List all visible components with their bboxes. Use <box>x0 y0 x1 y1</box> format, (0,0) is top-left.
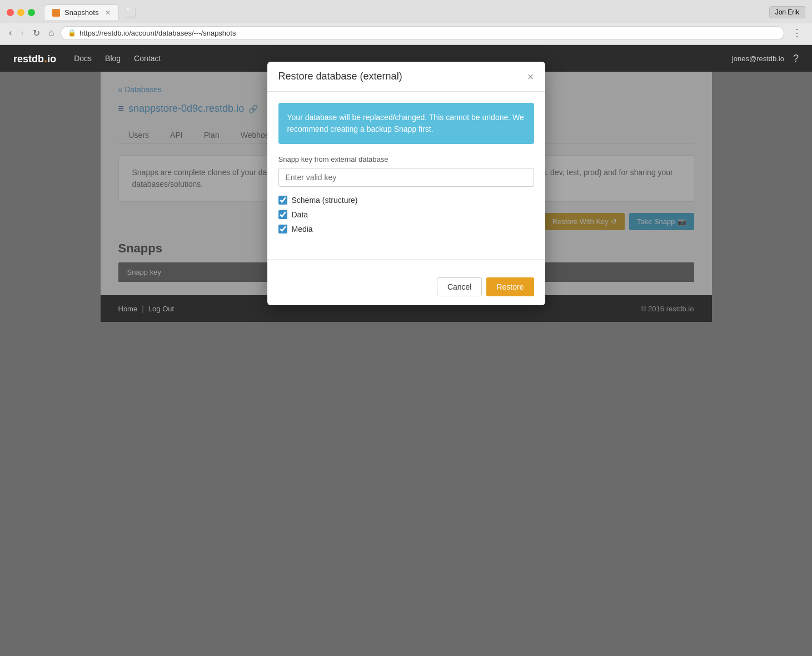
home-button[interactable]: ⌂ <box>47 27 57 39</box>
new-tab-button[interactable]: ⬜ <box>121 5 141 20</box>
restore-modal: Restore database (external) × Your datab… <box>267 62 545 305</box>
data-checkbox-row: Data <box>278 210 534 219</box>
schema-checkbox[interactable] <box>278 196 287 205</box>
user-nav[interactable]: jones@restdb.io <box>732 54 784 63</box>
logo-dot: . <box>44 51 47 65</box>
restore-button[interactable]: Restore <box>486 277 534 296</box>
forward-button[interactable]: › <box>18 27 26 39</box>
logo-text: restdb.io <box>13 51 56 66</box>
cancel-button[interactable]: Cancel <box>437 277 482 296</box>
footer-logout-link[interactable]: Log Out <box>148 305 174 313</box>
logo: restdb.io <box>13 51 56 66</box>
tab-favicon-icon <box>52 9 60 17</box>
footer-copyright: © 2016 restdb.io <box>641 305 694 313</box>
browser-minimize-button[interactable] <box>17 9 24 16</box>
field-label: Snapp key from external database <box>278 155 534 163</box>
media-checkbox-row: Media <box>278 225 534 233</box>
media-label: Media <box>292 225 313 233</box>
address-bar: 🔒 https://restdb.io/account/databases/--… <box>61 26 784 40</box>
nav-link-contact[interactable]: Contact <box>134 54 161 63</box>
modal-divider <box>267 259 545 260</box>
nav-links: Docs Blog Contact <box>74 54 161 63</box>
schema-checkbox-row: Schema (structure) <box>278 196 534 205</box>
browser-maximize-button[interactable] <box>28 9 35 16</box>
footer-links: Home | Log Out <box>118 304 175 313</box>
footer-divider: | <box>142 304 144 313</box>
back-button[interactable]: ‹ <box>7 27 14 39</box>
modal-header: Restore database (external) × <box>267 62 545 92</box>
modal-overlay: Restore database (external) × Your datab… <box>101 72 712 295</box>
modal-body: Your database will be replaced/changed. … <box>267 92 545 250</box>
schema-label: Schema (structure) <box>292 196 358 205</box>
snapp-key-input[interactable] <box>278 168 534 187</box>
data-checkbox[interactable] <box>278 210 287 219</box>
modal-title: Restore database (external) <box>278 71 402 82</box>
modal-warning: Your database will be replaced/changed. … <box>278 103 534 144</box>
tab-close-icon[interactable]: ✕ <box>105 9 111 17</box>
footer-home-link[interactable]: Home <box>118 305 138 313</box>
media-checkbox[interactable] <box>278 225 287 233</box>
nav-link-docs[interactable]: Docs <box>74 54 92 63</box>
url-text: https://restdb.io/account/databases/---/… <box>79 29 777 37</box>
modal-close-button[interactable]: × <box>527 71 534 82</box>
data-label: Data <box>292 210 308 219</box>
more-options-button[interactable]: ⋮ <box>789 26 805 40</box>
help-icon[interactable]: ? <box>793 53 799 64</box>
nav-link-blog[interactable]: Blog <box>105 54 121 63</box>
browser-tab[interactable]: Snapshots ✕ <box>44 4 119 20</box>
lock-icon: 🔒 <box>68 29 76 37</box>
browser-close-button[interactable] <box>7 9 14 16</box>
reload-button[interactable]: ↻ <box>31 27 42 39</box>
tab-title: Snapshots <box>64 8 98 17</box>
modal-footer: Cancel Restore <box>267 269 545 305</box>
user-button[interactable]: Jon Erik <box>769 6 805 18</box>
